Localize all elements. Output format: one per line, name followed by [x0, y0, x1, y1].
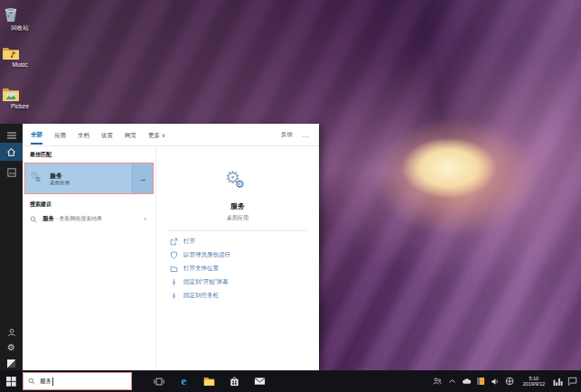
- onedrive-icon[interactable]: [462, 376, 472, 387]
- best-match-header: 最佳匹配: [30, 151, 155, 159]
- task-view-icon: [154, 377, 164, 387]
- search-panel-sidebar: ⚙: [0, 124, 23, 370]
- tray-app-icon[interactable]: [476, 376, 486, 387]
- taskbar-item-mail[interactable]: [253, 374, 267, 388]
- recycle-bin-icon: [2, 5, 38, 23]
- feedback-button[interactable]: 反馈: [281, 131, 293, 139]
- store-icon: [230, 376, 239, 387]
- gear-icon: ⚙: [7, 343, 15, 352]
- right-arrow-icon: →: [139, 174, 147, 183]
- task-view-button[interactable]: [152, 374, 165, 388]
- windows-desktop: 回收站 Music Picture: [0, 0, 581, 392]
- result-title: 服务: [50, 172, 70, 180]
- pin-icon: [170, 292, 178, 300]
- file-explorer-icon: [203, 377, 215, 387]
- action-open[interactable]: 打开: [170, 235, 319, 248]
- search-tabs-bar: 全部 应用 文档 设置 网页 更多 ∨ 反馈 …: [23, 124, 319, 146]
- start-button[interactable]: [0, 370, 22, 392]
- open-icon: [170, 238, 178, 246]
- chevron-down-icon: ∨: [162, 133, 165, 138]
- show-hidden-icons-chevron[interactable]: [447, 376, 457, 387]
- chevron-right-icon: ›: [144, 215, 146, 223]
- action-run-as-admin[interactable]: 以管理员身份运行: [170, 248, 319, 262]
- search-input-value: 服务: [40, 378, 52, 386]
- result-preview-pane: ⚙⚙ 服务 桌面应用 打开: [155, 146, 319, 370]
- taskbar-clock[interactable]: 5:10 2019/9/12: [523, 376, 545, 387]
- search-icon: [30, 216, 37, 223]
- taskbar-item-store[interactable]: [228, 374, 241, 388]
- preview-subtitle: 桌面应用: [227, 214, 248, 222]
- web-search-suggestion[interactable]: 服务 - 查看网络搜索结果 ›: [24, 211, 152, 227]
- text-cursor: [52, 378, 53, 386]
- action-pin-to-start[interactable]: 固定到“开始”屏幕: [170, 275, 319, 289]
- windows-logo-icon: [6, 377, 16, 387]
- search-results-list: 最佳匹配 ⚙⚙ 服务 桌面应用 → 搜索建议: [23, 146, 155, 370]
- services-gears-icon-large: ⚙⚙: [225, 170, 250, 195]
- music-folder-icon: [2, 46, 38, 61]
- picture-folder-icon: [2, 87, 38, 102]
- more-options-icon[interactable]: …: [302, 131, 310, 139]
- preview-actions: 打开 以管理员身份运行: [156, 231, 319, 303]
- tab-web[interactable]: 网页: [125, 126, 136, 144]
- desktop-icon-recycle-bin[interactable]: 回收站: [2, 5, 38, 32]
- taskbar-item-file-explorer[interactable]: [202, 374, 216, 388]
- result-subtitle: 桌面应用: [50, 180, 70, 186]
- sidebar-item-home[interactable]: [0, 143, 23, 161]
- desktop-icon-label: 回收站: [11, 24, 29, 31]
- desktop-icon-label: Music: [13, 61, 28, 68]
- taskbar-search-box[interactable]: 服务: [23, 372, 132, 390]
- action-open-file-location[interactable]: 打开文件位置: [170, 262, 319, 275]
- mail-icon: [254, 377, 266, 386]
- action-center-icon[interactable]: [567, 376, 577, 387]
- action-pin-to-taskbar[interactable]: 固定到任务栏: [170, 289, 319, 303]
- desktop-icon-music[interactable]: Music: [2, 46, 38, 69]
- suggestion-separator: -: [56, 216, 58, 221]
- home-icon: [6, 147, 16, 157]
- clock-date: 2019/9/12: [523, 381, 545, 387]
- people-icon[interactable]: [433, 376, 443, 387]
- ime-language-icon[interactable]: [505, 376, 515, 387]
- tab-more[interactable]: 更多 ∨: [148, 126, 165, 144]
- edge-icon: e: [182, 374, 187, 388]
- sidebar-item-app[interactable]: [0, 354, 23, 372]
- taskbar-item-edge[interactable]: e: [177, 374, 191, 388]
- search-suggestions-header: 搜索建议: [30, 201, 155, 209]
- menu-button[interactable]: [0, 126, 23, 145]
- sidebar-item-screenshots[interactable]: [0, 163, 23, 182]
- search-flyout-panel: ⚙ 全部 应用 文档 设置 网页 更多 ∨ 反馈 …: [0, 124, 319, 370]
- desktop-icon-picture[interactable]: Picture: [2, 87, 38, 110]
- app-icon: [7, 359, 15, 368]
- preview-title: 服务: [230, 201, 245, 211]
- tab-apps[interactable]: 应用: [54, 126, 66, 144]
- suggestion-hint: 查看网络搜索结果: [59, 216, 102, 221]
- suggestion-query: 服务: [42, 215, 54, 221]
- search-icon: [28, 378, 35, 385]
- admin-shield-icon: [170, 251, 178, 259]
- tab-settings[interactable]: 设置: [101, 126, 113, 144]
- system-tray: 5:10 2019/9/12: [433, 376, 581, 387]
- taskbar: 服务 e: [0, 370, 581, 392]
- screenshots-icon: [7, 168, 16, 177]
- services-gears-icon: ⚙⚙: [30, 171, 45, 186]
- best-match-result-services[interactable]: ⚙⚙ 服务 桌面应用 →: [24, 163, 154, 194]
- tray-meter-icon[interactable]: [553, 376, 563, 387]
- pin-icon: [170, 278, 178, 286]
- hamburger-icon: [7, 132, 16, 139]
- expand-result-button[interactable]: →: [132, 163, 153, 193]
- user-icon: [7, 328, 16, 337]
- desktop-icon-label: Picture: [11, 103, 29, 109]
- folder-location-icon: [170, 265, 178, 273]
- volume-icon[interactable]: [491, 376, 501, 387]
- tab-all[interactable]: 全部: [31, 126, 42, 145]
- search-panel-content: 全部 应用 文档 设置 网页 更多 ∨ 反馈 … 最佳匹配: [23, 124, 319, 370]
- tab-documents[interactable]: 文档: [78, 126, 89, 144]
